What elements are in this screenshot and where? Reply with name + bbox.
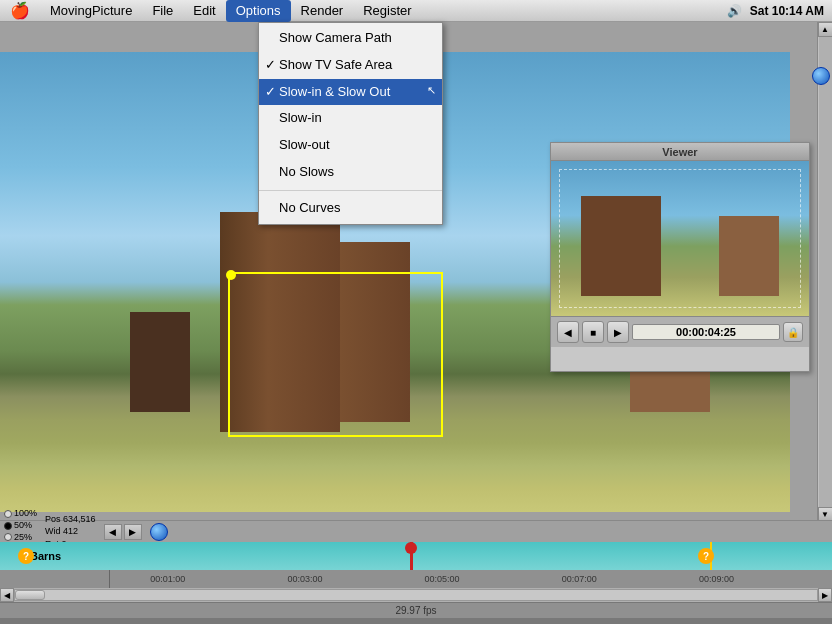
zoom-100-option[interactable]: 100%: [4, 508, 37, 520]
timeline-tracks: ? Barns ? 00:01:00 00:03:00 00:05:00 00:…: [0, 542, 832, 602]
lock-button[interactable]: 🔒: [783, 322, 803, 342]
slow-out-item[interactable]: Slow-out: [259, 132, 442, 159]
timecode-display: 00:00:04:25: [632, 324, 780, 340]
show-tv-safe-area-item[interactable]: Show TV Safe Area: [259, 52, 442, 79]
render-menu[interactable]: Render: [291, 0, 354, 22]
slow-in-item[interactable]: Slow-in: [259, 105, 442, 132]
selection-box[interactable]: [228, 272, 443, 437]
pos-value: Pos 634,516: [45, 513, 96, 526]
timecode-ruler: 00:01:00 00:03:00 00:05:00 00:07:00 00:0…: [0, 570, 832, 588]
no-slows-item[interactable]: No Slows: [259, 159, 442, 186]
scroll-track[interactable]: [819, 37, 832, 507]
viewer-titlebar: Viewer: [551, 143, 809, 161]
scroll-up-button[interactable]: ▲: [818, 22, 833, 37]
tc-ruler-left-spacer: [0, 570, 110, 588]
barn-left-structure: [130, 312, 190, 412]
viewer-safe-area-border: [559, 169, 801, 308]
options-dropdown: Show Camera Path Show TV Safe Area Slow-…: [258, 22, 443, 225]
zoom-25-radio[interactable]: [4, 533, 12, 541]
play-button[interactable]: ▶: [607, 321, 629, 343]
lock-icon: 🔒: [787, 327, 799, 338]
blue-orb-indicator: [812, 67, 830, 85]
apple-icon: 🍎: [10, 1, 30, 20]
slow-in-label: Slow-in: [279, 110, 322, 125]
edit-menu[interactable]: Edit: [183, 0, 225, 22]
horizontal-scrollbar[interactable]: ◀ ▶: [0, 588, 832, 602]
register-menu[interactable]: Register: [353, 0, 421, 22]
track-name-label: Barns: [30, 550, 61, 562]
vertical-scrollbar[interactable]: ▲ ▼: [817, 22, 832, 522]
viewer-video[interactable]: [551, 161, 809, 316]
scroll-h-track[interactable]: [14, 589, 818, 601]
zoom-50-radio[interactable]: [4, 522, 12, 530]
fps-display-bar: 29.97 fps: [0, 602, 832, 618]
playhead-dot: [405, 542, 417, 554]
clock-display: Sat 10:14 AM: [750, 4, 824, 18]
nav-arrows: ◀ ▶: [104, 524, 142, 540]
stop-button[interactable]: ■: [582, 321, 604, 343]
tc-ruler-marks: 00:01:00 00:03:00 00:05:00 00:07:00 00:0…: [110, 570, 832, 588]
volume-icon: 🔊: [727, 4, 742, 18]
no-curves-label: No Curves: [279, 200, 340, 215]
scroll-h-thumb[interactable]: [15, 590, 45, 600]
viewer-panel: Viewer ◀ ■ ▶ 00:00:04:25 🔒: [550, 142, 810, 372]
stop-icon: ■: [590, 327, 596, 338]
menubar: 🍎 MovingPicture File Edit Options Render…: [0, 0, 832, 22]
show-camera-path-item[interactable]: Show Camera Path: [259, 25, 442, 52]
track-end-cue[interactable]: ?: [698, 548, 714, 564]
zoom-100-radio[interactable]: [4, 510, 12, 518]
menu-separator: [259, 190, 442, 191]
info-bar: 100% 50% 25% 10% Pos 634,516 Wid 412 Rot…: [0, 520, 832, 542]
slow-out-label: Slow-out: [279, 137, 330, 152]
tc-mark-3: 00:05:00: [425, 574, 460, 584]
file-menu[interactable]: File: [142, 0, 183, 22]
zoom-100-label: 100%: [14, 508, 37, 520]
bottom-area: 100% 50% 25% 10% Pos 634,516 Wid 412 Rot…: [0, 520, 832, 624]
zoom-50-label: 50%: [14, 520, 32, 532]
options-menu[interactable]: Options: [226, 0, 291, 22]
viewer-title: Viewer: [662, 146, 697, 158]
timeline-track[interactable]: ? Barns ?: [0, 542, 832, 570]
scroll-left-button[interactable]: ◀: [0, 588, 14, 602]
tc-mark-5: 00:09:00: [699, 574, 734, 584]
track-start-marker[interactable]: ?: [18, 548, 34, 564]
playhead-marker[interactable]: [410, 542, 413, 570]
play-icon: ▶: [614, 327, 622, 338]
selection-handle[interactable]: [226, 270, 236, 280]
tc-mark-4: 00:07:00: [562, 574, 597, 584]
slow-in-slow-out-label: Slow-in & Slow Out: [279, 84, 390, 99]
app-name-menu[interactable]: MovingPicture: [40, 0, 142, 22]
show-camera-path-label: Show Camera Path: [279, 30, 392, 45]
zoom-50-option[interactable]: 50%: [4, 520, 37, 532]
rewind-icon: ◀: [564, 327, 572, 338]
no-slows-label: No Slows: [279, 164, 334, 179]
viewer-controls-bar: ◀ ■ ▶ 00:00:04:25 🔒: [551, 316, 809, 347]
cursor-arrow: ↖: [427, 82, 436, 100]
show-tv-safe-area-label: Show TV Safe Area: [279, 57, 392, 72]
rewind-button[interactable]: ◀: [557, 321, 579, 343]
no-curves-item[interactable]: No Curves: [259, 195, 442, 222]
tc-mark-1: 00:01:00: [150, 574, 185, 584]
nav-left-button[interactable]: ◀: [104, 524, 122, 540]
menubar-right: 🔊 Sat 10:14 AM: [727, 4, 832, 18]
wid-value: Wid 412: [45, 525, 96, 538]
nav-right-button[interactable]: ▶: [124, 524, 142, 540]
apple-menu-item[interactable]: 🍎: [0, 1, 40, 20]
fps-value: 29.97 fps: [395, 605, 436, 616]
blue-indicator-dot: [150, 523, 168, 541]
slow-in-slow-out-item[interactable]: Slow-in & Slow Out ↖: [259, 79, 442, 106]
tc-mark-2: 00:03:00: [287, 574, 322, 584]
scroll-right-button[interactable]: ▶: [818, 588, 832, 602]
